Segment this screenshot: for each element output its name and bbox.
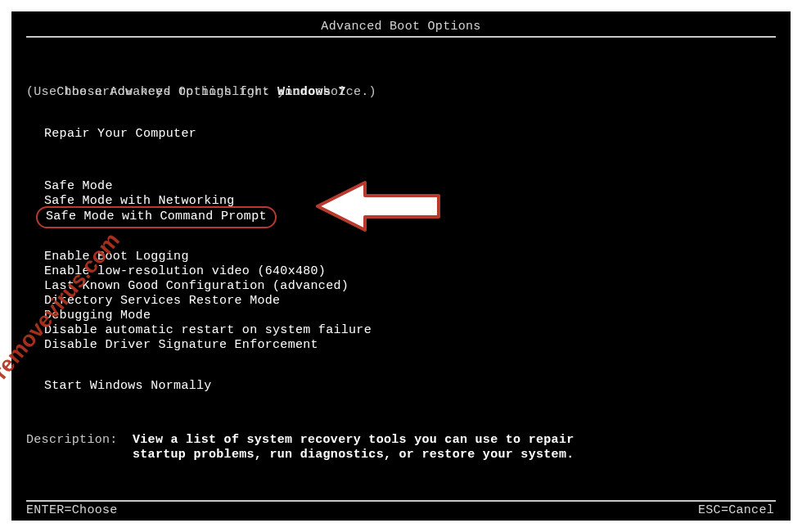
menu-repair-computer[interactable]: Repair Your Computer [41,126,200,142]
menu-boot-logging[interactable]: Enable Boot Logging [41,249,192,265]
menu-last-known-good[interactable]: Last Known Good Configuration (advanced) [41,278,352,295]
instruction-line: (Use the arrow keys to highlight your ch… [26,85,376,100]
description-label: Description: [26,433,118,448]
menu-start-normally[interactable]: Start Windows Normally [41,378,215,394]
description-text-1: View a list of system recovery tools you… [133,433,574,448]
description-text-2: startup problems, run diagnostics, or re… [133,448,574,462]
menu-disable-driver-sig[interactable]: Disable Driver Signature Enforcement [41,337,322,354]
arrow-annotation-icon [308,178,447,240]
menu-safe-mode[interactable]: Safe Mode [41,178,116,195]
menu-disable-auto-restart[interactable]: Disable automatic restart on system fail… [41,322,375,339]
footer-divider [26,500,776,502]
footer-enter-hint: ENTER=Choose [26,503,118,518]
screen-title: Advanced Boot Options [11,20,791,34]
boot-options-screen: Advanced Boot Options Choose Advanced Op… [11,11,791,521]
menu-safe-mode-cmd[interactable]: Safe Mode with Command Prompt [36,206,277,228]
title-divider [26,36,776,38]
menu-ds-restore[interactable]: Directory Services Restore Mode [41,293,283,309]
menu-debugging-mode[interactable]: Debugging Mode [41,308,154,324]
footer-esc-hint: ESC=Cancel [698,503,774,518]
menu-low-res-video[interactable]: Enable low-resolution video (640x480) [41,264,329,280]
